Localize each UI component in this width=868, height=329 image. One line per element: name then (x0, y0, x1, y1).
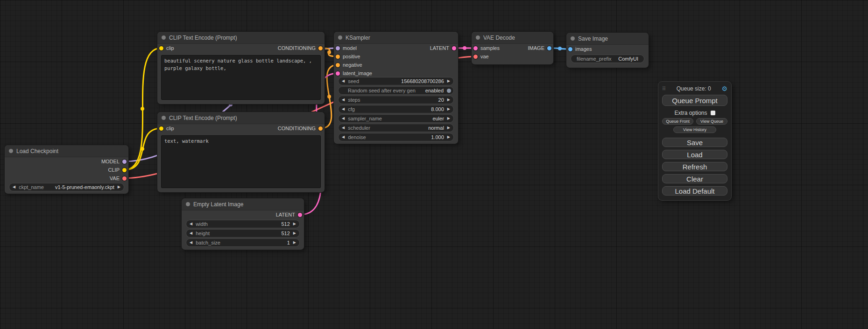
decrement-arrow-icon[interactable]: ◀ (339, 133, 348, 141)
output-slot-latent[interactable]: LATENT (430, 44, 458, 52)
slot-dot-conditioning[interactable] (336, 63, 340, 67)
increment-arrow-icon[interactable]: ▶ (444, 77, 453, 85)
output-slot-latent[interactable]: LATENT (182, 210, 304, 219)
load-default-button[interactable]: Load Default (662, 186, 727, 196)
load-button[interactable]: Load (662, 150, 727, 159)
slot-dot-model[interactable] (122, 160, 127, 164)
widget-filename-prefix[interactable]: filename_prefix ComfyUI (571, 55, 644, 63)
input-slot-images[interactable]: images (566, 45, 649, 53)
prompt-textarea[interactable]: text, watermark (161, 135, 321, 188)
slot-dot-clip[interactable] (159, 126, 163, 131)
slot-dot-clip[interactable] (122, 168, 127, 172)
increment-arrow-icon[interactable]: ▶ (444, 124, 453, 132)
node-title-bar[interactable]: KSampler (334, 32, 458, 44)
widget-height[interactable]: ◀ height 512 ▶ (186, 230, 299, 237)
decrement-arrow-icon[interactable]: ◀ (339, 77, 348, 85)
widget-scheduler[interactable]: ◀ scheduler normal ▶ (339, 124, 453, 132)
widget-width[interactable]: ◀ width 512 ▶ (186, 220, 299, 228)
widget-steps[interactable]: ◀ steps 20 ▶ (339, 96, 453, 104)
widget-cfg[interactable]: ◀ cfg 8.000 ▶ (339, 105, 453, 113)
node-empty-latent-image[interactable]: Empty Latent Image LATENT ◀ width 512 ▶ … (182, 198, 304, 250)
input-slot-positive[interactable]: positive (334, 52, 458, 61)
node-vae-decode[interactable]: VAE Decode samples IMAGE vae (472, 32, 553, 64)
output-slot-clip[interactable]: CLIP (5, 166, 128, 174)
node-load-checkpoint[interactable]: Load Checkpoint MODEL CLIP VAE ◀ ckpt_na… (5, 145, 128, 194)
slot-dot-latent[interactable] (473, 46, 478, 50)
decrement-arrow-icon[interactable]: ◀ (339, 96, 348, 104)
collapse-toggle-icon[interactable] (338, 35, 342, 40)
prompt-textarea[interactable]: beautiful scenery nature glass bottle la… (161, 55, 321, 100)
node-clip-text-encode-positive[interactable]: CLIP Text Encode (Prompt) clip CONDITION… (157, 32, 325, 104)
graph-canvas[interactable]: Load Checkpoint MODEL CLIP VAE ◀ ckpt_na… (0, 0, 868, 329)
slot-dot-conditioning[interactable] (318, 46, 323, 50)
output-slot-vae[interactable]: VAE (5, 174, 128, 182)
decrement-arrow-icon[interactable]: ◀ (339, 105, 348, 113)
slot-dot-image[interactable] (568, 47, 572, 51)
node-title-bar[interactable]: CLIP Text Encode (Prompt) (157, 112, 325, 124)
view-queue-button[interactable]: View Queue (696, 118, 727, 125)
widget-ckpt-name[interactable]: ◀ ckpt_name v1-5-pruned-emaonly.ckpt ▶ (9, 183, 124, 191)
slot-dot-conditioning[interactable] (336, 55, 340, 59)
output-slot-image[interactable]: IMAGE (528, 44, 553, 52)
decrement-arrow-icon[interactable]: ◀ (186, 230, 196, 237)
queue-front-button[interactable]: Queue Front (662, 118, 693, 125)
slot-dot-vae[interactable] (473, 55, 478, 59)
node-save-image[interactable]: Save Image images filename_prefix ComfyU… (566, 33, 649, 68)
increment-arrow-icon[interactable]: ▶ (444, 133, 453, 141)
slot-dot-clip[interactable] (159, 46, 163, 50)
slot-dot-latent[interactable] (298, 213, 302, 217)
widget-seed[interactable]: ◀ seed 156680208700286 ▶ (339, 77, 453, 85)
extra-options-checkbox[interactable] (711, 111, 715, 115)
input-slot-latent-image[interactable]: latent_image (334, 69, 458, 77)
node-title-bar[interactable]: Save Image (566, 33, 649, 45)
output-slot-model[interactable]: MODEL (5, 157, 128, 166)
node-title-bar[interactable]: VAE Decode (472, 32, 553, 44)
node-clip-text-encode-negative[interactable]: CLIP Text Encode (Prompt) clip CONDITION… (157, 112, 325, 192)
output-slot-conditioning[interactable]: CONDITIONING (278, 124, 325, 133)
widget-random-seed-toggle[interactable]: Random seed after every gen enabled (339, 87, 453, 94)
decrement-arrow-icon[interactable]: ◀ (339, 124, 348, 132)
collapse-toggle-icon[interactable] (476, 35, 480, 40)
node-title-bar[interactable]: CLIP Text Encode (Prompt) (157, 32, 325, 44)
widget-denoise[interactable]: ◀ denoise 1.000 ▶ (339, 133, 453, 141)
node-title-bar[interactable]: Empty Latent Image (182, 198, 304, 210)
increment-arrow-icon[interactable]: ▶ (290, 220, 299, 228)
drag-handle-icon[interactable]: ⠿ (662, 86, 666, 92)
decrement-arrow-icon[interactable]: ◀ (186, 220, 196, 228)
slot-dot-model[interactable] (336, 46, 340, 50)
slot-dot-image[interactable] (547, 46, 551, 50)
input-slot-clip[interactable]: clip (157, 124, 174, 133)
collapse-toggle-icon[interactable] (162, 116, 166, 120)
queue-prompt-button[interactable]: Queue Prompt (662, 95, 727, 106)
input-slot-vae[interactable]: vae (472, 52, 553, 61)
slot-dot-latent[interactable] (452, 46, 456, 50)
node-title-bar[interactable]: Load Checkpoint (5, 145, 128, 157)
input-slot-clip[interactable]: clip (157, 44, 174, 52)
increment-arrow-icon[interactable]: ▶ (290, 230, 299, 237)
settings-gear-icon[interactable]: ⚙ (721, 85, 727, 92)
collapse-toggle-icon[interactable] (571, 36, 575, 41)
refresh-button[interactable]: Refresh (662, 162, 727, 171)
widget-batch-size[interactable]: ◀ batch_size 1 ▶ (186, 239, 299, 246)
save-button[interactable]: Save (662, 138, 727, 147)
collapse-toggle-icon[interactable] (9, 149, 13, 153)
input-slot-negative[interactable]: negative (334, 61, 458, 69)
input-slot-model[interactable]: model (334, 44, 357, 52)
view-history-button[interactable]: View History (673, 126, 716, 133)
increment-arrow-icon[interactable]: ▶ (444, 105, 453, 113)
node-ksampler[interactable]: KSampler model LATENT positive negative … (334, 32, 458, 144)
decrement-arrow-icon[interactable]: ◀ (339, 115, 348, 122)
increment-arrow-icon[interactable]: ▶ (290, 239, 299, 246)
collapse-toggle-icon[interactable] (186, 202, 190, 206)
slot-dot-conditioning[interactable] (318, 126, 323, 131)
increment-arrow-icon[interactable]: ▶ (444, 115, 453, 122)
widget-sampler-name[interactable]: ◀ sampler_name euler ▶ (339, 115, 453, 122)
increment-arrow-icon[interactable]: ▶ (114, 183, 124, 191)
slot-dot-vae[interactable] (122, 176, 127, 181)
collapse-toggle-icon[interactable] (162, 35, 166, 40)
output-slot-conditioning[interactable]: CONDITIONING (278, 44, 325, 52)
decrement-arrow-icon[interactable]: ◀ (9, 183, 19, 191)
clear-button[interactable]: Clear (662, 174, 727, 183)
input-slot-samples[interactable]: samples (472, 44, 500, 52)
increment-arrow-icon[interactable]: ▶ (444, 96, 453, 104)
